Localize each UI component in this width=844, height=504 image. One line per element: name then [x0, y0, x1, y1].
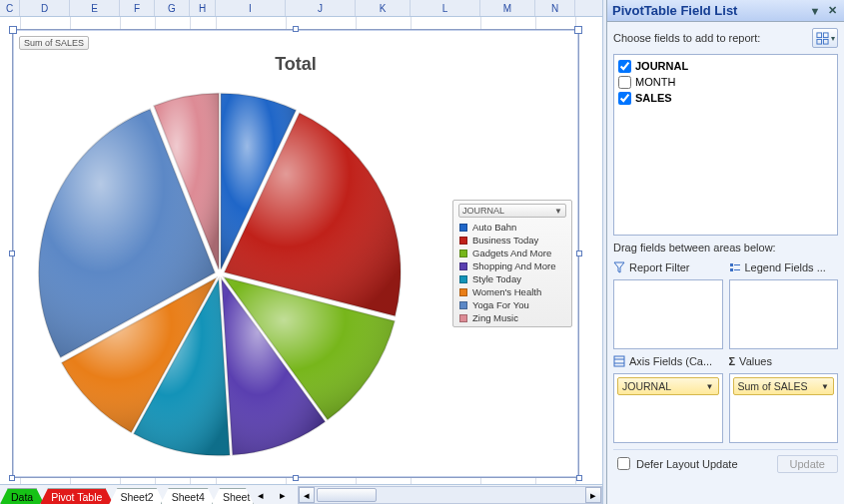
column-header[interactable]: K — [356, 0, 411, 16]
scroll-thumb[interactable] — [317, 488, 377, 502]
legend-item[interactable]: Gadgets And More — [453, 247, 571, 259]
values-area[interactable]: Sum of SALES▼ — [729, 373, 839, 443]
field-checkbox[interactable] — [618, 76, 631, 89]
legend-fields-header: Legend Fields ... — [729, 259, 839, 275]
legend-item[interactable]: Auto Bahn — [453, 221, 571, 234]
report-filter-header: Report Filter — [613, 259, 723, 275]
sheet-tab[interactable]: Data — [0, 488, 44, 504]
legend-filter-label: JOURNAL — [462, 206, 504, 216]
sheet-tab[interactable]: Pivot Table — [40, 488, 113, 504]
pivot-chart-container[interactable]: Sum of SALES Total JOURNAL ▼ Auto BahnBu… — [12, 29, 579, 478]
legend-item[interactable]: Women's Health — [453, 285, 571, 298]
legend-icon — [729, 261, 741, 273]
svg-rect-8 — [614, 356, 624, 366]
svg-rect-1 — [823, 32, 828, 37]
values-chip-sum-of-sales[interactable]: Sum of SALES▼ — [733, 377, 835, 395]
column-header[interactable]: L — [411, 0, 480, 16]
field-checkbox[interactable] — [618, 92, 631, 105]
sheet-tab-bar: DataPivot TableSheet2Sheet4Sheet ◂ ▸ ◂ ▸ — [0, 484, 602, 504]
svg-rect-3 — [823, 39, 828, 44]
column-header[interactable]: G — [155, 0, 190, 16]
legend-fields-area[interactable] — [729, 279, 839, 349]
scroll-right-icon[interactable]: ▸ — [585, 487, 601, 503]
defer-layout-checkbox[interactable]: Defer Layout Update — [613, 454, 738, 473]
close-icon[interactable]: ✕ — [825, 4, 839, 18]
svg-rect-5 — [730, 268, 733, 271]
choose-fields-label: Choose fields to add to report: — [613, 32, 760, 44]
scroll-left-icon[interactable]: ◂ — [299, 487, 315, 503]
worksheet-area[interactable]: Sum of SALES Total JOURNAL ▼ Auto BahnBu… — [0, 17, 602, 484]
legend-item[interactable]: Shopping And More — [453, 259, 571, 272]
sheet-tab[interactable]: Sheet2 — [109, 488, 164, 504]
field-journal[interactable]: JOURNAL — [618, 58, 833, 74]
column-header[interactable]: N — [535, 0, 575, 16]
svg-rect-2 — [816, 39, 821, 44]
axis-fields-header: Axis Fields (Ca... — [613, 353, 723, 369]
sigma-icon: Σ — [729, 355, 736, 367]
sheet-tab[interactable]: Sheet4 — [161, 488, 216, 504]
legend-filter-button[interactable]: JOURNAL ▼ — [458, 204, 566, 218]
svg-rect-0 — [816, 32, 821, 37]
column-header[interactable]: C — [0, 0, 20, 16]
field-month[interactable]: MONTH — [618, 74, 833, 90]
field-sales[interactable]: SALES — [618, 90, 833, 106]
tab-scroll-left-icon[interactable]: ◂ — [250, 486, 272, 504]
legend-item[interactable]: Style Today — [453, 272, 571, 285]
legend-item[interactable]: Zing Music — [453, 311, 571, 324]
pivot-field-list-pane: PivotTable Field List ▼ ✕ Choose fields … — [606, 0, 844, 504]
column-header[interactable]: H — [190, 0, 216, 16]
column-headers: CDEFGHIJKLMN — [0, 0, 602, 17]
legend-item[interactable]: Business Today — [453, 234, 571, 247]
field-list[interactable]: JOURNALMONTHSALES — [613, 54, 838, 236]
tab-scroll-right-icon[interactable]: ▸ — [272, 486, 294, 504]
field-list-layout-button[interactable]: ▾ — [812, 28, 838, 48]
chart-legend[interactable]: JOURNAL ▼ Auto BahnBusiness TodayGadgets… — [452, 200, 572, 327]
sheet-tab[interactable]: Sheet — [212, 488, 254, 504]
values-header: Σ Values — [729, 353, 839, 369]
column-header[interactable]: E — [70, 0, 120, 16]
dropdown-icon: ▼ — [554, 207, 562, 216]
update-button: Update — [777, 455, 838, 473]
legend-item[interactable]: Yoga For You — [453, 298, 571, 311]
chart-title: Total — [13, 54, 578, 75]
column-header[interactable]: J — [286, 0, 356, 16]
pie-chart — [35, 90, 405, 459]
report-filter-area[interactable] — [613, 279, 723, 349]
drag-fields-label: Drag fields between areas below: — [613, 242, 838, 253]
horizontal-scrollbar[interactable]: ◂ ▸ — [298, 486, 602, 504]
column-header[interactable]: M — [480, 0, 535, 16]
field-checkbox[interactable] — [618, 60, 631, 73]
axis-icon — [613, 355, 625, 367]
filter-icon — [613, 261, 625, 273]
column-header[interactable]: D — [20, 0, 70, 16]
axis-fields-area[interactable]: JOURNAL▼ — [613, 373, 723, 443]
sum-of-sales-button[interactable]: Sum of SALES — [19, 36, 89, 50]
column-header[interactable]: I — [216, 0, 286, 16]
axis-chip-journal[interactable]: JOURNAL▼ — [617, 377, 719, 395]
dropdown-icon: ▼ — [821, 382, 829, 391]
svg-rect-4 — [730, 263, 733, 266]
dropdown-icon: ▼ — [706, 382, 714, 391]
pane-title: PivotTable Field List — [612, 3, 805, 18]
dropdown-icon[interactable]: ▼ — [808, 4, 822, 18]
column-header[interactable]: F — [120, 0, 155, 16]
